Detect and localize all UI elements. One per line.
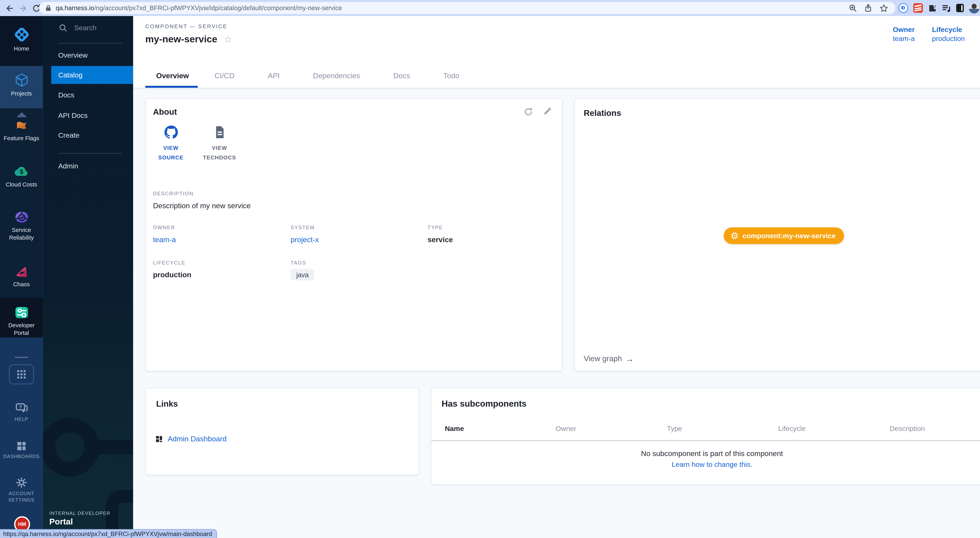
- search-icon: [59, 23, 67, 32]
- owner-value[interactable]: team-a: [893, 35, 915, 42]
- chevron-up-icon[interactable]: [17, 112, 27, 117]
- tab-overview[interactable]: Overview: [145, 64, 198, 88]
- sidepanel-extension-icon[interactable]: [956, 4, 964, 12]
- lock-icon: [46, 5, 51, 11]
- view-source-button[interactable]: VIEW SOURCE: [153, 126, 189, 162]
- about-card: About VIEW SOURCE VIEW TECHDOCS DESCRIPT…: [145, 98, 563, 372]
- column-header-name[interactable]: Name: [445, 425, 555, 432]
- lifecycle-value[interactable]: production: [932, 35, 965, 42]
- divider: [431, 440, 980, 441]
- status-url-tooltip: https://qa.harness.io/ng/account/px7xd_B…: [0, 529, 217, 538]
- field-label: LIFECYCLE: [153, 260, 291, 266]
- primary-sidebar: Home Projects Feature Flags $ Cloud Cost…: [0, 16, 43, 538]
- subcomponents-card: Has subcomponents Name Owner Type Lifecy…: [431, 387, 980, 485]
- system-link[interactable]: project-x: [291, 236, 428, 243]
- lifecycle-meta[interactable]: Lifecycleproduction: [932, 25, 965, 43]
- sidebar-item-home[interactable]: Home: [0, 16, 43, 66]
- bookmark-star-icon[interactable]: [880, 3, 888, 13]
- field-label: SYSTEM: [291, 225, 428, 231]
- tab-cicd[interactable]: CI/CD: [198, 64, 251, 88]
- column-header-description[interactable]: Description: [889, 425, 980, 432]
- search-input[interactable]: [73, 23, 119, 32]
- lifecycle-value: production: [153, 271, 291, 279]
- decorative-circuit-ring: [43, 418, 99, 477]
- drag-handle-icon: [15, 357, 28, 358]
- description-value: Description of my new service: [153, 202, 562, 209]
- gear-icon: [0, 477, 43, 488]
- sidebar-item-label: Developer Portal: [0, 322, 43, 337]
- zoom-page-icon[interactable]: [849, 4, 857, 12]
- view-graph-label: View graph: [584, 354, 622, 363]
- sidebar-item-account-settings[interactable]: ACCOUNT SETTINGS: [0, 477, 43, 503]
- chip-icon: [730, 232, 738, 240]
- tab-api[interactable]: API: [251, 64, 296, 88]
- sidebar-item-dashboards[interactable]: DASHBOARDS: [0, 441, 43, 460]
- sidebar-item-service-reliability[interactable]: Service Reliability: [0, 208, 43, 257]
- owner-field: OWNER team-a: [153, 225, 291, 244]
- links-card: Links Admin Dashboard: [145, 387, 419, 475]
- flag-icon: [0, 120, 43, 132]
- empty-state-link[interactable]: Learn how to change this.: [431, 460, 980, 468]
- todoist-extension-icon[interactable]: [913, 3, 923, 13]
- link-item[interactable]: Admin Dashboard: [156, 435, 418, 442]
- tab-dependencies[interactable]: Dependencies: [296, 64, 377, 88]
- sidebar-item-projects[interactable]: Projects: [0, 66, 43, 107]
- empty-state-message: No subcomponent is part of this componen…: [431, 450, 980, 457]
- nav-item-api-docs[interactable]: API Docs: [43, 106, 133, 124]
- field-label: TAGS: [291, 260, 428, 266]
- tab-docs[interactable]: Docs: [377, 64, 427, 88]
- favorite-star-icon[interactable]: ☆: [224, 34, 232, 43]
- sidebar-utility-section: ? HELP DASHBOARDS ACCOUNT SETTINGS HM: [0, 337, 43, 538]
- arrow-right-icon: →: [625, 355, 634, 363]
- card-title: Has subcomponents: [442, 399, 527, 409]
- nav-item-docs[interactable]: Docs: [43, 86, 133, 104]
- nav-item-overview[interactable]: Overview: [43, 46, 133, 64]
- sidebar-item-label: HELP: [0, 416, 43, 423]
- view-techdocs-button[interactable]: VIEW TECHDOCS: [202, 126, 237, 162]
- back-icon[interactable]: [5, 3, 14, 13]
- lifecycle-field: LIFECYCLE production: [153, 260, 291, 280]
- divider: [59, 153, 122, 154]
- column-header-owner[interactable]: Owner: [555, 425, 667, 432]
- sidebar-item-chaos[interactable]: Chaos: [0, 263, 43, 302]
- nav-item-create[interactable]: Create: [43, 126, 133, 144]
- sidebar-item-label: Home: [0, 46, 43, 53]
- browser-profile-avatar[interactable]: [969, 3, 979, 13]
- chaos-icon: [0, 265, 43, 279]
- nav-item-catalog[interactable]: Catalog: [51, 66, 133, 84]
- owner-meta[interactable]: Ownerteam-a: [893, 25, 915, 43]
- tag-chip[interactable]: java: [291, 269, 314, 280]
- playlist-extension-icon[interactable]: [942, 3, 951, 13]
- extensions-puzzle-icon[interactable]: [928, 3, 937, 13]
- sidebar-item-feature-flags[interactable]: Feature Flags: [0, 117, 43, 158]
- onepassword-extension-icon[interactable]: [899, 3, 908, 13]
- sidebar-item-label: Chaos: [0, 281, 43, 289]
- owner-link[interactable]: team-a: [153, 236, 291, 243]
- description-label: DESCRIPTION: [153, 191, 562, 196]
- sidebar-item-developer-portal[interactable]: Developer Portal: [0, 298, 43, 337]
- sidebar-item-help[interactable]: ? HELP: [0, 403, 43, 423]
- grid-icon: [17, 370, 26, 379]
- github-icon: [153, 126, 189, 139]
- edit-pencil-icon[interactable]: [543, 107, 552, 117]
- relations-card: Relations component:my-new-service View …: [574, 98, 980, 372]
- forward-icon[interactable]: [19, 3, 28, 13]
- url-bar[interactable]: qa.harness.io/ng/account/px7xd_BFRCi-pfW…: [39, 2, 895, 14]
- nav-item-admin[interactable]: Admin: [43, 157, 133, 175]
- column-header-type[interactable]: Type: [667, 425, 778, 432]
- view-graph-link[interactable]: View graph →: [584, 354, 634, 363]
- sidebar-item-label: Feature Flags: [0, 135, 43, 143]
- component-node-badge[interactable]: component:my-new-service: [724, 228, 844, 244]
- tags-field: TAGS java: [291, 260, 428, 280]
- main-content: COMPONENT — SERVICE my-new-service ☆ Own…: [133, 16, 980, 538]
- module-picker-button[interactable]: [9, 365, 34, 384]
- refresh-icon[interactable]: [523, 107, 533, 117]
- share-icon[interactable]: [864, 4, 872, 12]
- column-header-lifecycle[interactable]: Lifecycle: [778, 425, 889, 432]
- link-label: Admin Dashboard: [168, 435, 227, 442]
- type-field: TYPE service: [428, 225, 562, 244]
- sidebar-item-cloud-costs[interactable]: $ Cloud Costs: [0, 162, 43, 202]
- brand-line-bottom: Portal: [49, 517, 73, 527]
- dashboard-grid-icon: [156, 435, 162, 442]
- tab-todo[interactable]: Todo: [427, 64, 476, 88]
